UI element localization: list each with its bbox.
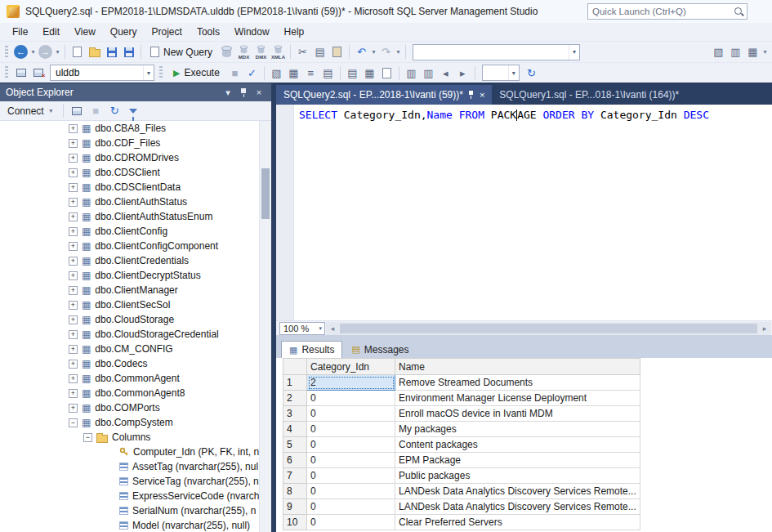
result-row[interactable]: 60EPM Package xyxy=(283,453,640,468)
scroll-left-icon[interactable]: ◂ xyxy=(326,324,339,333)
tree-scrollbar[interactable] xyxy=(259,121,271,532)
row-number[interactable]: 1 xyxy=(283,375,307,391)
toolbar-grip[interactable] xyxy=(5,46,8,59)
object-explorer-tree[interactable]: +▦dbo.CBA8_Files +▦dbo.CDF_Files +▦dbo.C… xyxy=(0,121,271,532)
menu-tools[interactable]: Tools xyxy=(190,23,227,41)
tree-item-table[interactable]: +▦dbo.CDF_Files xyxy=(0,136,271,150)
parse-icon[interactable]: ✓ xyxy=(243,65,261,82)
expand-plus-icon[interactable]: + xyxy=(69,301,78,310)
tree-item-column[interactable]: ExpressServiceCode (nvarcha xyxy=(0,489,271,503)
row-number[interactable]: 10 xyxy=(283,515,307,530)
expand-plus-icon[interactable]: + xyxy=(69,198,78,207)
quick-launch-input[interactable] xyxy=(588,7,733,16)
cell-name[interactable]: LANDesk Data Analytics Discovery Service… xyxy=(395,499,640,515)
tree-item-table[interactable]: +▦dbo.ClientConfigComponent xyxy=(0,239,271,253)
object-explorer-header[interactable]: Object Explorer ▾ × xyxy=(0,83,271,101)
tree-item-column[interactable]: ServiceTag (nvarchar(255), n xyxy=(0,474,271,489)
execute-button[interactable]: ▶ Execute xyxy=(167,64,226,82)
sql-text[interactable]: SELECT Category_Idn,Name FROM PACKAGE OR… xyxy=(299,109,709,121)
tree-item-column[interactable]: AssetTag (nvarchar(255), nul xyxy=(0,459,271,474)
expand-plus-icon[interactable]: + xyxy=(69,168,78,177)
menu-file[interactable]: File xyxy=(5,23,35,41)
tab-close-icon[interactable]: × xyxy=(480,90,484,100)
tree-scrollbar-thumb[interactable] xyxy=(261,168,270,219)
cancel-execute-icon[interactable]: ■ xyxy=(226,65,243,82)
tree-item-table[interactable]: +▦dbo.CommonAgent xyxy=(0,371,271,386)
database-combo[interactable]: ulddb ▾ xyxy=(50,65,154,81)
menu-view[interactable]: View xyxy=(67,23,103,41)
cell-category-idn[interactable]: 2 xyxy=(307,375,395,391)
connect-dropdown-button[interactable]: Connect ▾ xyxy=(4,104,58,118)
menu-project[interactable]: Project xyxy=(145,23,190,41)
row-number[interactable]: 3 xyxy=(283,406,307,422)
tree-item-table[interactable]: +▦dbo.ClientAuthStatus xyxy=(0,194,271,209)
close-icon[interactable]: × xyxy=(252,86,266,99)
stop-icon[interactable]: ■ xyxy=(87,102,105,119)
tree-item-table[interactable]: −▦dbo.CompSystem xyxy=(0,415,271,430)
row-number[interactable]: 5 xyxy=(283,437,307,453)
results-to-grid-icon[interactable]: ▦ xyxy=(361,65,378,82)
expand-plus-icon[interactable]: + xyxy=(69,183,78,192)
sql-editor[interactable]: SELECT Category_Idn,Name FROM PACKAGE OR… xyxy=(276,105,772,320)
search-icon[interactable] xyxy=(733,6,744,17)
tree-item-table[interactable]: +▦dbo.ClientAuthStatusEnum xyxy=(0,209,271,224)
results-to-text-icon[interactable]: ▤ xyxy=(344,65,361,82)
undo-dropdown-icon[interactable]: ▾ xyxy=(370,48,377,56)
horizontal-scrollbar[interactable]: ◂ ▸ xyxy=(326,322,771,335)
cell-name[interactable]: Clear Preferred Servers xyxy=(395,515,640,530)
tree-item-table[interactable]: +▦dbo.ClientManager xyxy=(0,283,271,297)
expand-plus-icon[interactable]: + xyxy=(69,345,78,354)
paste-icon[interactable] xyxy=(328,43,346,60)
uncomment-icon[interactable]: ▥ xyxy=(420,65,437,82)
expand-plus-icon[interactable]: + xyxy=(69,212,78,221)
expand-plus-icon[interactable]: + xyxy=(69,330,78,339)
expand-plus-icon[interactable]: + xyxy=(69,242,78,251)
scroll-right-icon[interactable]: ▸ xyxy=(758,324,771,333)
tree-item-table[interactable]: +▦dbo.ClientSecSol xyxy=(0,297,271,312)
tree-item-column[interactable]: SerialNum (nvarchar(255), n xyxy=(0,503,271,518)
cell-name[interactable]: Content packages xyxy=(395,437,640,453)
redo-dropdown-icon[interactable]: ▾ xyxy=(395,48,402,56)
dmx-query-icon[interactable]: DMX xyxy=(252,43,270,60)
cell-name[interactable]: Remove Streamed Documents xyxy=(395,375,640,391)
expand-plus-icon[interactable]: + xyxy=(69,124,78,133)
find-combo-dropdown-icon[interactable]: ▾ xyxy=(569,45,579,60)
window-position-icon[interactable]: ▾ xyxy=(221,86,234,99)
tree-item-table[interactable]: +▦dbo.CM_CONFIG xyxy=(0,342,271,356)
result-row[interactable]: 80LANDesk Data Analytics Discovery Servi… xyxy=(283,484,640,499)
tree-item-table[interactable]: +▦dbo.CloudStorageCredential xyxy=(0,327,271,342)
find-combo[interactable]: ▾ xyxy=(413,44,580,60)
tree-item-table[interactable]: +▦dbo.COMPorts xyxy=(0,400,271,415)
intellisense-icon[interactable]: ▤ xyxy=(319,65,337,82)
tree-item-table[interactable]: +▦dbo.CBA8_Files xyxy=(0,121,271,136)
menu-query[interactable]: Query xyxy=(103,23,145,41)
row-number[interactable]: 4 xyxy=(283,422,307,437)
result-row[interactable]: 100Clear Preferred Servers xyxy=(283,515,640,530)
new-query-button[interactable]: New Query xyxy=(145,43,218,61)
estimated-plan-icon[interactable]: ▧ xyxy=(268,65,285,82)
collapse-minus-icon[interactable]: − xyxy=(69,418,78,427)
cell-name[interactable]: Public packages xyxy=(395,468,640,484)
database-combo-dropdown-icon[interactable]: ▾ xyxy=(143,65,154,80)
row-number[interactable]: 9 xyxy=(283,499,307,515)
cell-category-idn[interactable]: 0 xyxy=(307,484,395,499)
tab-sqlquery2[interactable]: SQLQuery2.sql - EP...2018-1\Ivanti (59))… xyxy=(276,85,492,105)
database-engine-query-icon[interactable] xyxy=(218,43,235,60)
collapse-minus-icon[interactable]: − xyxy=(83,433,92,442)
refresh-icon[interactable]: ↻ xyxy=(106,102,123,119)
redo-icon[interactable]: ↷ xyxy=(377,43,395,60)
change-connection-icon[interactable]: × xyxy=(29,65,47,82)
toolbox-icon[interactable]: ▦ xyxy=(744,43,761,60)
save-all-icon[interactable] xyxy=(120,43,137,60)
result-row[interactable]: 90LANDesk Data Analytics Discovery Servi… xyxy=(283,499,640,515)
menu-help[interactable]: Help xyxy=(277,23,312,41)
cell-category-idn[interactable]: 0 xyxy=(307,468,395,484)
disconnect-icon[interactable] xyxy=(69,102,86,119)
zoom-dropdown-icon[interactable]: ▾ xyxy=(319,325,324,332)
row-number[interactable]: 8 xyxy=(283,484,307,499)
result-row[interactable]: 12Remove Streamed Documents xyxy=(283,375,640,391)
column-header[interactable]: Name xyxy=(395,359,640,375)
sqlcmd-mode-icon[interactable]: ↻ xyxy=(523,65,540,82)
tree-item-table[interactable]: +▦dbo.CDSClientData xyxy=(0,180,271,194)
zoom-combo[interactable]: 100 % ▾ xyxy=(279,322,325,335)
